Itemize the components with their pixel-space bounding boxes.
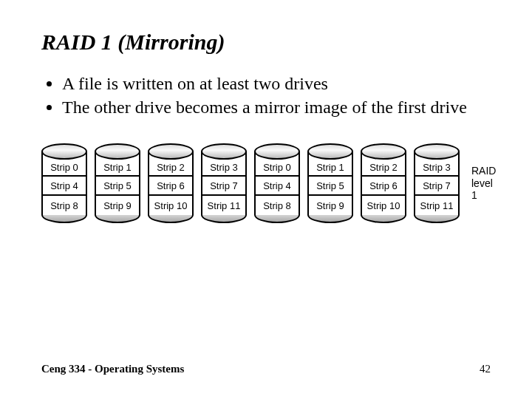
footer-page-number: 42 <box>480 363 491 375</box>
strip-cell: Strip 9 <box>96 196 139 215</box>
strip-cell: Strip 8 <box>256 196 299 215</box>
disk: Strip 0Strip 4Strip 8 <box>254 143 300 223</box>
disk: Strip 3Strip 7Strip 11 <box>201 143 247 223</box>
disk-top-icon <box>414 143 460 160</box>
caption-line: RAID <box>471 165 496 177</box>
disk-body: Strip 1Strip 5Strip 9 <box>95 151 140 215</box>
bullet-item: The other drive becomes a mirror image o… <box>62 96 491 118</box>
disk-group-primary: Strip 0Strip 4Strip 8Strip 1Strip 5Strip… <box>41 143 247 223</box>
figure-caption: RAID level 1 <box>471 165 496 202</box>
slide-title: RAID 1 (Mirroring) <box>41 30 491 55</box>
disk: Strip 3Strip 7Strip 11 <box>414 143 460 223</box>
strip-cell: Strip 9 <box>309 196 352 215</box>
disk-top-icon <box>201 143 247 160</box>
disk: Strip 2Strip 6Strip 10 <box>148 143 194 223</box>
footer-course: Ceng 334 - Operating Systems <box>41 363 184 375</box>
disk: Strip 0Strip 4Strip 8 <box>41 143 87 223</box>
disk-body: Strip 1Strip 5Strip 9 <box>307 151 353 215</box>
strip-cell: Strip 7 <box>202 177 245 196</box>
bullet-item: A file is written on at least two drives <box>62 72 491 95</box>
disk-group-mirror: Strip 0Strip 4Strip 8Strip 1Strip 5Strip… <box>254 143 460 223</box>
strip-cell: Strip 5 <box>309 177 352 196</box>
strip-cell: Strip 7 <box>415 177 458 196</box>
strip-cell: Strip 6 <box>149 177 192 196</box>
strip-cell: Strip 4 <box>256 177 299 196</box>
disk-body: Strip 3Strip 7Strip 11 <box>414 151 460 215</box>
disk: Strip 1Strip 5Strip 9 <box>95 143 140 223</box>
raid-figure: Strip 0Strip 4Strip 8Strip 1Strip 5Strip… <box>41 143 491 223</box>
disk-top-icon <box>307 143 353 160</box>
strip-cell: Strip 6 <box>362 177 405 196</box>
strip-cell: Strip 10 <box>149 196 192 215</box>
disk-body: Strip 2Strip 6Strip 10 <box>361 151 406 215</box>
bullet-list: A file is written on at least two drives… <box>41 72 491 118</box>
disk-body: Strip 2Strip 6Strip 10 <box>148 151 194 215</box>
disk: Strip 2Strip 6Strip 10 <box>361 143 406 223</box>
strip-cell: Strip 10 <box>362 196 405 215</box>
disk-body: Strip 0Strip 4Strip 8 <box>41 151 87 215</box>
disk-array: Strip 0Strip 4Strip 8Strip 1Strip 5Strip… <box>41 143 460 223</box>
strip-cell: Strip 11 <box>202 196 245 215</box>
disk: Strip 1Strip 5Strip 9 <box>307 143 353 223</box>
strip-cell: Strip 8 <box>43 196 86 215</box>
strip-cell: Strip 5 <box>96 177 139 196</box>
disk-top-icon <box>361 143 406 160</box>
disk-body: Strip 3Strip 7Strip 11 <box>201 151 247 215</box>
disk-body: Strip 0Strip 4Strip 8 <box>254 151 300 215</box>
strip-cell: Strip 4 <box>43 177 86 196</box>
disk-top-icon <box>254 143 300 160</box>
disk-top-icon <box>41 143 87 160</box>
caption-line: level 1 <box>471 177 496 202</box>
strip-cell: Strip 11 <box>415 196 458 215</box>
disk-top-icon <box>148 143 194 160</box>
disk-top-icon <box>95 143 140 160</box>
